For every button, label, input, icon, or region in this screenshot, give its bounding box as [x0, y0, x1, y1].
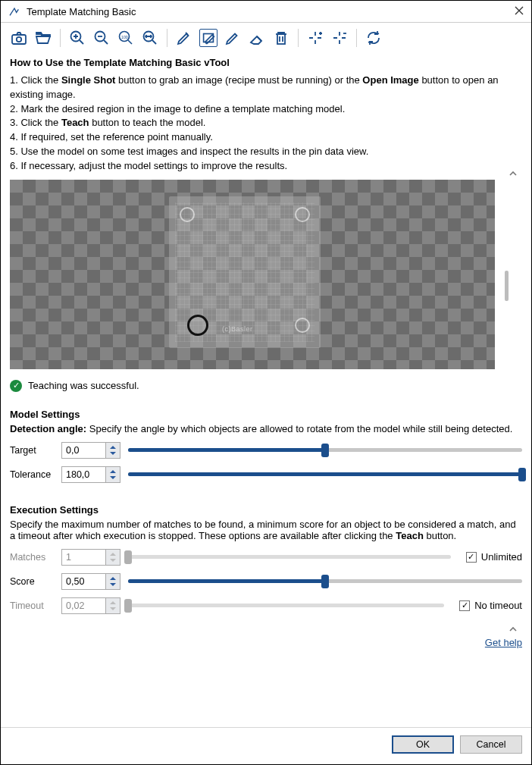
zoom-fit-icon[interactable] — [141, 29, 159, 47]
svg-rect-0 — [12, 35, 26, 44]
pencil-edit-icon[interactable] — [224, 29, 242, 47]
delete-icon[interactable] — [272, 29, 290, 47]
bold-text: Open Image — [362, 74, 418, 86]
instructions-title: How to Use the Template Matching Basic v… — [10, 56, 522, 71]
timeout-spinner — [61, 597, 120, 614]
text: 1. Click the — [10, 74, 61, 86]
bold-text: Detection angle: — [10, 423, 86, 434]
instruction-line-6: 6. If necessary, adjust the model settin… — [10, 159, 522, 174]
unlimited-checkbox-wrap[interactable]: ✓ Unlimited — [466, 551, 522, 563]
toolbar: 100 — [1, 23, 531, 52]
target-row: Target — [10, 442, 522, 459]
matches-spinner — [61, 549, 120, 566]
spinner-buttons-icon[interactable] — [105, 573, 120, 590]
timeout-label: Timeout — [10, 600, 54, 611]
svg-rect-8 — [277, 34, 285, 44]
text: button. — [426, 530, 456, 541]
svg-text:100: 100 — [121, 35, 128, 39]
tolerance-row: Tolerance — [10, 466, 522, 483]
board-label: (c)Basler — [222, 325, 253, 333]
tolerance-label: Tolerance — [10, 469, 54, 480]
bold-text: Teach — [396, 530, 424, 541]
instruction-line-4: 4. If required, set the reference point … — [10, 130, 522, 145]
target-input[interactable] — [61, 442, 105, 459]
execution-settings-subtitle: Specify the maximum number of matches to… — [10, 519, 522, 541]
preview-section: (c)Basler — [10, 180, 522, 369]
score-spinner[interactable] — [61, 573, 120, 590]
image-preview[interactable]: (c)Basler — [10, 180, 495, 369]
pencil-draw-icon[interactable] — [175, 29, 193, 47]
text: button to teach the model. — [92, 117, 205, 128]
spinner-buttons-icon[interactable] — [105, 442, 120, 459]
instruction-line-3: 3. Click the Teach button to teach the m… — [10, 116, 522, 130]
matches-label: Matches — [10, 552, 54, 563]
model-settings-heading: Model Settings — [10, 409, 522, 420]
score-input[interactable] — [61, 573, 105, 590]
tolerance-slider[interactable] — [128, 466, 522, 483]
bold-text: Teach — [61, 117, 89, 128]
text: button to grab an image (recipe must be … — [118, 74, 362, 86]
score-label: Score — [10, 576, 54, 587]
instructions-block: How to Use the Template Matching Basic v… — [10, 56, 522, 174]
target-slider[interactable] — [128, 442, 522, 459]
crosshair-add-icon[interactable] — [306, 29, 324, 47]
crosshair-remove-icon[interactable] — [330, 29, 349, 47]
instruction-line-1: 1. Click the Single Shot button to grab … — [10, 74, 522, 102]
refresh-icon[interactable] — [365, 29, 383, 47]
cancel-button[interactable]: Cancel — [460, 735, 522, 754]
open-folder-icon[interactable] — [34, 29, 52, 47]
no-timeout-checkbox[interactable]: ✓ — [459, 600, 470, 611]
close-icon[interactable] — [515, 5, 524, 17]
ok-button[interactable]: OK — [392, 735, 454, 754]
success-check-icon: ✓ — [10, 380, 22, 392]
get-help-link[interactable]: Get help — [485, 637, 522, 648]
instruction-line-5: 5. Use the model on some test images and… — [10, 145, 522, 159]
spinner-buttons-icon[interactable] — [105, 466, 120, 483]
timeout-row: Timeout ✓ No timeout — [10, 597, 522, 614]
timeout-input — [61, 597, 105, 614]
matches-row: Matches ✓ Unlimited — [10, 549, 522, 566]
status-message: Teaching was successful. — [28, 380, 139, 391]
target-spinner[interactable] — [61, 442, 120, 459]
matches-input — [61, 549, 105, 566]
instruction-line-2: 2. Mark the desired region in the image … — [10, 102, 522, 117]
zoom-100-icon[interactable]: 100 — [117, 29, 135, 47]
status-row: ✓ Teaching was successful. — [10, 380, 522, 392]
timeout-slider — [128, 597, 444, 614]
no-timeout-label: No timeout — [474, 600, 522, 611]
pcb-overlay: (c)Basler — [169, 196, 321, 348]
eraser-icon[interactable] — [248, 29, 266, 47]
dialog-footer: OK Cancel — [1, 727, 531, 764]
unlimited-label: Unlimited — [481, 551, 522, 563]
rect-select-icon[interactable] — [199, 29, 217, 47]
titlebar: Template Matching Basic — [1, 1, 531, 23]
match-marker-icon — [187, 315, 208, 336]
separator — [167, 29, 167, 47]
spinner-buttons-icon — [105, 549, 120, 566]
spinner-buttons-icon — [105, 597, 120, 614]
separator — [298, 29, 299, 47]
unlimited-checkbox[interactable]: ✓ — [466, 552, 477, 563]
tolerance-input[interactable] — [61, 466, 105, 483]
separator — [60, 29, 61, 47]
target-label: Target — [10, 445, 54, 456]
bold-text: Single Shot — [61, 74, 116, 86]
collapse-section-icon[interactable] — [509, 625, 518, 634]
no-timeout-checkbox-wrap[interactable]: ✓ No timeout — [459, 600, 522, 611]
separator — [356, 29, 357, 47]
matches-slider — [128, 549, 451, 566]
camera-icon[interactable] — [10, 29, 28, 47]
tolerance-spinner[interactable] — [61, 466, 120, 483]
preview-scrollbar[interactable] — [498, 180, 502, 369]
text: Specify the angle by which objects are a… — [89, 423, 513, 434]
app-icon — [8, 5, 20, 17]
score-row: Score — [10, 573, 522, 590]
zoom-out-icon[interactable] — [92, 29, 111, 47]
text: 3. Click the — [10, 117, 61, 128]
zoom-in-icon[interactable] — [68, 29, 86, 47]
collapse-preview-icon[interactable] — [509, 169, 518, 178]
window-title: Template Matching Basic — [27, 6, 136, 17]
svg-point-1 — [17, 37, 21, 42]
score-slider[interactable] — [128, 573, 522, 590]
execution-settings-heading: Execution Settings — [10, 504, 522, 516]
